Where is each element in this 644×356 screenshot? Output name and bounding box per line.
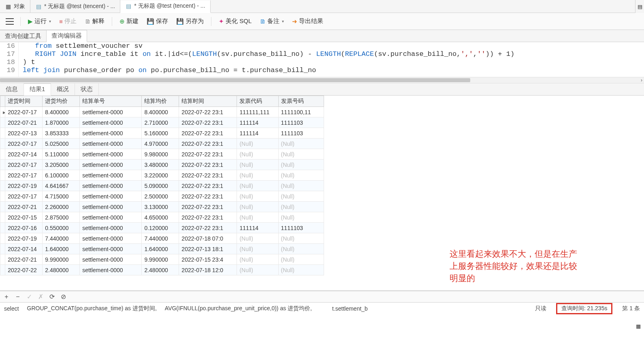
table-cell[interactable]: 3.205000 (43, 160, 80, 170)
table-cell[interactable]: (Null) (237, 139, 278, 149)
table-cell[interactable]: 4.715000 (43, 191, 80, 202)
tab-info[interactable]: 信息 (0, 83, 24, 95)
table-cell[interactable]: 2.480000 (43, 265, 80, 275)
table-cell[interactable]: 2.875000 (43, 212, 80, 223)
table-cell[interactable]: 111111,111 (237, 107, 278, 117)
top-tab-query-2[interactable]: ▤ * 无标题 @test (tencent) - ... (120, 0, 210, 13)
horizontal-scrollbar[interactable]: › (0, 77, 644, 83)
table-cell[interactable]: 3.480000 (142, 160, 179, 170)
tab-overview[interactable]: 概况 (51, 83, 75, 95)
table-cell[interactable]: (Null) (237, 181, 278, 191)
column-header[interactable]: 结算均价 (142, 96, 179, 107)
table-row[interactable]: 2022-07-211.870000settlement-00002.71000… (0, 117, 324, 128)
table-cell[interactable]: 7.440000 (142, 233, 179, 244)
table-cell[interactable]: 4.970000 (142, 139, 179, 149)
table-cell[interactable]: 2022-07-22 23:1 (179, 149, 237, 160)
table-cell[interactable]: (Null) (237, 160, 278, 170)
tab-query-editor[interactable]: 查询编辑器 (47, 30, 87, 42)
table-cell[interactable]: 8.400000 (43, 107, 80, 117)
column-header[interactable]: 发票号码 (278, 96, 324, 107)
tab-status[interactable]: 状态 (75, 83, 99, 95)
table-cell[interactable]: settlement-0000 (80, 117, 142, 128)
table-cell[interactable]: (Null) (237, 191, 278, 202)
table-row[interactable]: ▸2022-07-178.400000settlement-00008.4000… (0, 107, 324, 117)
table-cell[interactable]: 8.400000 (142, 107, 179, 117)
table-cell[interactable]: (Null) (278, 254, 324, 265)
table-cell[interactable]: 9.980000 (142, 149, 179, 160)
table-cell[interactable]: 2022-07-17 (5, 107, 43, 117)
table-cell[interactable]: 1111100,11 (278, 107, 324, 117)
table-cell[interactable]: (Null) (237, 233, 278, 244)
table-cell[interactable]: 2022-07-22 23:1 (179, 181, 237, 191)
top-tab-objects[interactable]: ▦ 对象 (0, 0, 30, 13)
table-cell[interactable]: 2022-07-22 23:1 (179, 139, 237, 149)
top-tab-query-1[interactable]: ▤ * 无标题 @test (tencent) - ... (30, 0, 120, 13)
table-cell[interactable]: 2022-07-18 12:0 (179, 265, 237, 275)
table-cell[interactable]: 2022-07-14 (5, 244, 43, 254)
table-cell[interactable]: 2.260000 (43, 202, 80, 212)
table-cell[interactable]: 5.160000 (142, 128, 179, 139)
table-cell[interactable]: 111114 (237, 128, 278, 139)
table-cell[interactable]: settlement-0000 (80, 233, 142, 244)
table-cell[interactable]: (Null) (278, 212, 324, 223)
table-cell[interactable]: 3.130000 (142, 202, 179, 212)
table-row[interactable]: 2022-07-173.205000settlement-00003.48000… (0, 160, 324, 170)
table-row[interactable]: 2022-07-145.110000settlement-00009.98000… (0, 149, 324, 160)
table-cell[interactable]: 2022-07-22 23:1 (179, 223, 237, 233)
table-cell[interactable]: 3.220000 (142, 170, 179, 181)
table-cell[interactable]: 7.440000 (43, 233, 80, 244)
table-cell[interactable]: 4.650000 (142, 212, 179, 223)
table-cell[interactable]: (Null) (237, 265, 278, 275)
scrollbar-thumb[interactable] (0, 78, 470, 82)
table-cell[interactable]: settlement-0000 (80, 128, 142, 139)
column-header[interactable]: 进货均价 (43, 96, 80, 107)
table-cell[interactable]: (Null) (278, 181, 324, 191)
table-cell[interactable]: settlement-0000 (80, 202, 142, 212)
table-cell[interactable]: 5.090000 (142, 181, 179, 191)
notes-button[interactable]: 🗎 备注 ▾ (256, 16, 287, 27)
table-row[interactable]: 2022-07-175.025000settlement-00004.97000… (0, 139, 324, 149)
table-cell[interactable]: 2022-07-15 23:4 (179, 254, 237, 265)
table-cell[interactable]: 2022-07-14 (5, 149, 43, 160)
table-cell[interactable]: 2.480000 (142, 265, 179, 275)
table-cell[interactable]: 2022-07-19 (5, 233, 43, 244)
add-row-button[interactable]: + (2, 293, 11, 301)
table-cell[interactable]: 2022-07-22 23:1 (179, 160, 237, 170)
table-cell[interactable]: 2022-07-21 (5, 117, 43, 128)
table-cell[interactable]: settlement-0000 (80, 139, 142, 149)
table-cell[interactable]: 2022-07-17 (5, 170, 43, 181)
table-cell[interactable]: (Null) (237, 244, 278, 254)
table-cell[interactable]: (Null) (278, 265, 324, 275)
table-row[interactable]: 2022-07-141.640000settlement-00001.64000… (0, 244, 324, 254)
table-cell[interactable]: 111114 (237, 117, 278, 128)
table-cell[interactable]: 2022-07-22 23:1 (179, 128, 237, 139)
table-row[interactable]: 2022-07-176.100000settlement-00003.22000… (0, 170, 324, 181)
table-cell[interactable]: 2.710000 (142, 117, 179, 128)
result-grid[interactable]: 进货时间进货均价结算单号结算均价结算时间发票代码发票号码 ▸2022-07-17… (0, 96, 324, 275)
table-cell[interactable]: settlement-0000 (80, 160, 142, 170)
table-cell[interactable]: (Null) (237, 149, 278, 160)
table-cell[interactable]: 2022-07-22 23:1 (179, 107, 237, 117)
column-header[interactable]: 结算时间 (179, 96, 237, 107)
table-cell[interactable]: 2022-07-22 23:1 (179, 212, 237, 223)
table-row[interactable]: 2022-07-133.853333settlement-00005.16000… (0, 128, 324, 139)
table-cell[interactable]: settlement-0000 (80, 212, 142, 223)
table-cell[interactable]: 1111103 (278, 128, 324, 139)
table-cell[interactable]: (Null) (237, 202, 278, 212)
column-header[interactable]: 进货时间 (5, 96, 43, 107)
run-button[interactable]: ▶ 运行 ▾ (25, 16, 54, 27)
table-cell[interactable]: settlement-0000 (80, 265, 142, 275)
table-cell[interactable]: (Null) (278, 244, 324, 254)
table-cell[interactable]: 1111103 (278, 117, 324, 128)
table-cell[interactable]: (Null) (278, 149, 324, 160)
table-cell[interactable]: (Null) (278, 160, 324, 170)
table-cell[interactable]: 9.990000 (43, 254, 80, 265)
delete-row-button[interactable]: − (14, 293, 22, 301)
table-cell[interactable]: (Null) (278, 202, 324, 212)
table-row[interactable]: 2022-07-152.875000settlement-00004.65000… (0, 212, 324, 223)
table-cell[interactable]: settlement-0000 (80, 254, 142, 265)
table-cell[interactable]: 2022-07-22 23:1 (179, 191, 237, 202)
beautify-button[interactable]: ✦ 美化 SQL (215, 16, 255, 27)
export-button[interactable]: ➜ 导出结果 (289, 16, 326, 27)
table-cell[interactable]: 6.100000 (43, 170, 80, 181)
